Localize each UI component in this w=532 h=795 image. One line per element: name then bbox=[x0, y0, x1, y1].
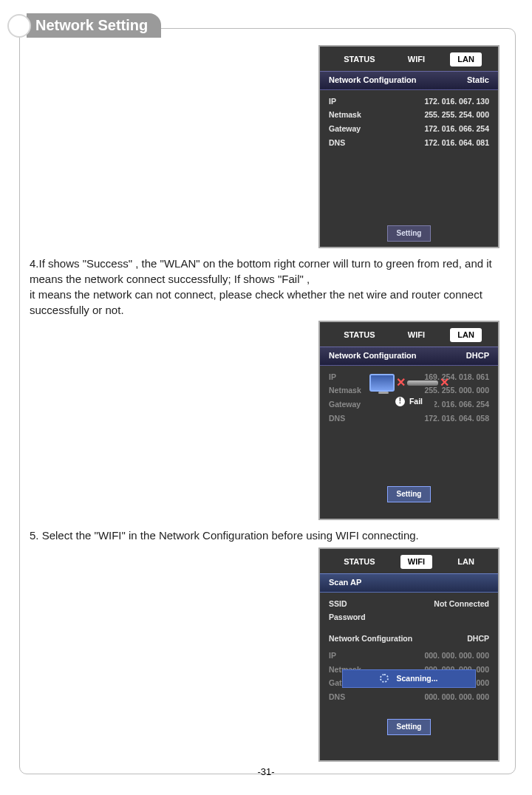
gateway-value: 172. 016. 066. 254 bbox=[424, 123, 489, 134]
tab-bar: STATUS WIFI LAN bbox=[320, 322, 498, 347]
disconnect-x-icon: ✕ bbox=[440, 375, 449, 391]
screen-lan-fail: STATUS WIFI LAN Network Configuration DH… bbox=[318, 321, 499, 520]
page-title: Network Setting bbox=[27, 13, 161, 38]
header-bullet-icon bbox=[7, 14, 31, 38]
network-config-label: Network Configuration bbox=[329, 75, 417, 86]
dns-value: 000. 000. 000. 000 bbox=[424, 692, 489, 703]
network-config-band: Network Configuration Static bbox=[320, 71, 498, 89]
fail-overlay: ✕ ✕ ! Fail bbox=[335, 374, 483, 409]
ip-label: IP bbox=[329, 650, 336, 661]
dns-label: DNS bbox=[329, 413, 345, 424]
ssid-value: Not Connected bbox=[434, 598, 489, 610]
network-config-mode: Static bbox=[467, 75, 489, 86]
tab-lan[interactable]: LAN bbox=[450, 555, 482, 569]
router-icon bbox=[407, 381, 438, 386]
tab-bar: STATUS WIFI LAN bbox=[320, 47, 498, 71]
instruction-step-4: 4.If shows "Success" , the "WLAN" on the… bbox=[30, 256, 502, 318]
tab-wifi[interactable]: WIFI bbox=[400, 52, 432, 66]
tab-lan[interactable]: LAN bbox=[450, 52, 482, 66]
network-config-band: Network Configuration DHCP bbox=[320, 347, 498, 365]
tab-wifi[interactable]: WIFI bbox=[400, 328, 432, 342]
network-config-label: Network Configuration bbox=[329, 633, 412, 644]
tab-bar: STATUS WIFI LAN bbox=[320, 549, 498, 573]
tab-lan[interactable]: LAN bbox=[450, 328, 482, 342]
scanning-label: Scanning... bbox=[396, 673, 437, 684]
screen-wifi-scanning: STATUS WIFI LAN Scan AP SSIDNot Connecte… bbox=[318, 547, 499, 762]
screen-lan-static: STATUS WIFI LAN Network Configuration St… bbox=[318, 45, 499, 248]
alert-icon: ! bbox=[395, 397, 405, 406]
tab-status[interactable]: STATUS bbox=[336, 52, 382, 66]
network-config-row: Network Configuration DHCP bbox=[320, 627, 498, 649]
netmask-label: Netmask bbox=[329, 109, 361, 120]
gateway-label: Gateway bbox=[329, 123, 361, 134]
ip-value: 172. 016. 067. 130 bbox=[424, 96, 489, 107]
dns-label: DNS bbox=[329, 137, 345, 149]
scan-ap-band[interactable]: Scan AP bbox=[320, 573, 498, 592]
instruction-step-5: 5. Select the "WIFI" in the Network Conf… bbox=[30, 528, 502, 543]
network-config-mode: DHCP bbox=[467, 633, 489, 644]
scanning-overlay: Scanning... bbox=[342, 669, 476, 688]
disconnect-x-icon: ✕ bbox=[396, 375, 406, 391]
monitor-icon bbox=[369, 374, 395, 392]
spinner-icon bbox=[380, 674, 389, 683]
tab-wifi[interactable]: WIFI bbox=[400, 555, 432, 569]
ip-label: IP bbox=[329, 96, 336, 107]
setting-button[interactable]: Setting bbox=[387, 719, 432, 735]
ip-value: 000. 000. 000. 000 bbox=[424, 650, 489, 661]
wifi-info-block: SSIDNot Connected Password bbox=[320, 593, 498, 627]
fail-label: Fail bbox=[409, 396, 423, 407]
setting-button[interactable]: Setting bbox=[387, 225, 432, 242]
network-config-label: Network Configuration bbox=[329, 350, 417, 361]
setting-button[interactable]: Setting bbox=[387, 486, 432, 502]
ip-info-block: IP172. 016. 067. 130 Netmask255. 255. 25… bbox=[320, 90, 498, 153]
fail-status-bar: ! Fail bbox=[383, 394, 434, 409]
page-header: Network Setting bbox=[7, 13, 532, 38]
dns-label: DNS bbox=[329, 692, 345, 703]
tab-status[interactable]: STATUS bbox=[336, 555, 382, 569]
network-config-mode: DHCP bbox=[466, 350, 489, 361]
password-label: Password bbox=[329, 612, 366, 623]
netmask-value: 255. 255. 254. 000 bbox=[424, 109, 489, 120]
page-number: -31- bbox=[0, 766, 532, 777]
ssid-label: SSID bbox=[329, 598, 347, 610]
tab-status[interactable]: STATUS bbox=[336, 328, 382, 342]
dns-value: 172. 016. 064. 058 bbox=[424, 413, 489, 424]
dns-value: 172. 016. 064. 081 bbox=[424, 137, 489, 149]
